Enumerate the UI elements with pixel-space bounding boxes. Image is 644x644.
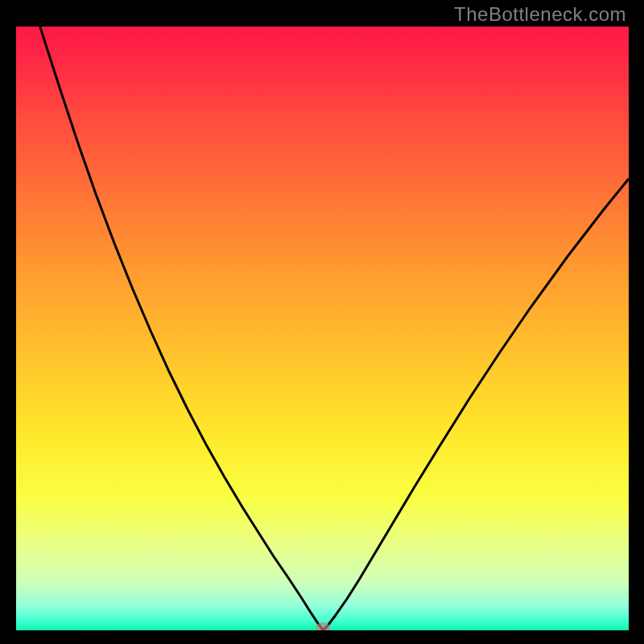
curve-svg [16, 27, 629, 630]
plot-area [16, 27, 629, 630]
chart-container: TheBottleneck.com [0, 0, 644, 644]
bottleneck-curve [40, 27, 629, 630]
watermark-label: TheBottleneck.com [454, 3, 626, 26]
